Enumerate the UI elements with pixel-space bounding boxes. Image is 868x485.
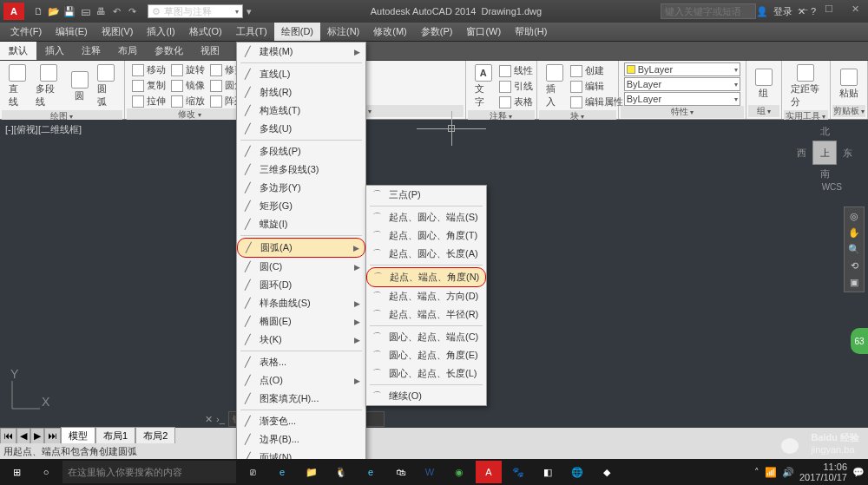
- app-browser-icon[interactable]: 🌐: [564, 461, 590, 483]
- viewcube-top[interactable]: 上: [812, 141, 837, 165]
- edit-block-button[interactable]: 编辑: [569, 79, 625, 94]
- viewcube[interactable]: 北 南 西 东 上: [799, 127, 851, 179]
- tab-first-icon[interactable]: ⏮: [0, 428, 16, 444]
- close-button[interactable]: ✕: [842, 0, 868, 17]
- tray-clock[interactable]: 11:06 2017/10/17: [799, 462, 847, 482]
- menuitem-5[interactable]: ⌒起点、端点、方向(D): [366, 287, 486, 305]
- ribtab-0[interactable]: 默认: [0, 42, 36, 60]
- tab-layout1[interactable]: 布局1: [95, 427, 135, 445]
- workspace-combo[interactable]: ⚙ 草图与注释: [148, 4, 243, 18]
- ribtab-3[interactable]: 布局: [109, 42, 146, 60]
- green-badge[interactable]: 63: [851, 328, 868, 354]
- tray-vol-icon[interactable]: 🔊: [782, 467, 794, 478]
- ribtab-2[interactable]: 注释: [73, 42, 109, 60]
- viewcube-south[interactable]: 南: [820, 167, 830, 180]
- menu-1[interactable]: 编辑(E): [49, 23, 95, 41]
- menuitem-4[interactable]: ╱多线(U): [237, 120, 365, 138]
- menuitem-10[interactable]: ╱圆弧(A)▶: [237, 238, 365, 258]
- tab-prev-icon[interactable]: ◀: [16, 428, 30, 444]
- menuitem-0[interactable]: ╱建模(M)▶: [237, 43, 365, 61]
- copy-button[interactable]: 复制: [130, 78, 168, 93]
- menuitem-7[interactable]: ⌒圆心、起点、端点(C): [366, 328, 486, 346]
- cortana-icon[interactable]: ○: [33, 461, 59, 483]
- paste-button[interactable]: 粘贴: [836, 67, 862, 102]
- menuitem-20[interactable]: ╱边界(B)...: [237, 430, 365, 449]
- panel-prop-title[interactable]: 特性: [621, 106, 744, 118]
- move-button[interactable]: 移动: [130, 62, 168, 77]
- menuitem-16[interactable]: ╱表格...: [237, 353, 365, 371]
- qat-saveas-icon[interactable]: 🖴: [78, 4, 92, 18]
- menuitem-14[interactable]: ╱椭圆(E)▶: [237, 312, 365, 331]
- taskbar-search[interactable]: 在这里输入你要搜索的内容: [62, 461, 236, 483]
- cmdline-close-icon[interactable]: ✕: [205, 414, 213, 425]
- menuitem-3[interactable]: ╱构造线(T): [237, 102, 365, 120]
- maximize-button[interactable]: ☐: [816, 0, 842, 17]
- menuitem-2[interactable]: ⌒起点、圆心、角度(T): [366, 226, 486, 245]
- ribtab-5[interactable]: 视图: [192, 42, 228, 60]
- menuitem-13[interactable]: ╱样条曲线(S)▶: [237, 294, 365, 312]
- stretch-button[interactable]: 拉伸: [130, 94, 168, 108]
- tab-next-icon[interactable]: ▶: [30, 428, 44, 444]
- wcs-label[interactable]: WCS: [822, 182, 842, 192]
- menu-8[interactable]: 修改(M): [366, 23, 414, 41]
- app-explorer-icon[interactable]: 📁: [299, 461, 325, 483]
- menuitem-6[interactable]: ╱三维多段线(3): [237, 161, 365, 179]
- measure-button[interactable]: 定距等分: [787, 62, 825, 110]
- menuitem-6[interactable]: ⌒起点、端点、半径(R): [366, 305, 486, 324]
- nav-orbit-icon[interactable]: ⟲: [851, 260, 858, 272]
- qat-undo-icon[interactable]: ↶: [109, 4, 123, 18]
- menuitem-11[interactable]: ╱圆(C)▶: [237, 258, 365, 276]
- line-button[interactable]: 直线: [5, 62, 30, 110]
- app-cad-icon[interactable]: A: [476, 461, 502, 483]
- viewcube-east[interactable]: 东: [843, 147, 852, 160]
- menuitem-8[interactable]: ⌒圆心、起点、角度(E): [366, 346, 486, 364]
- qat-redo-icon[interactable]: ↷: [125, 4, 139, 18]
- tab-layout2[interactable]: 布局2: [135, 427, 175, 445]
- app-store-icon[interactable]: 🛍: [387, 461, 413, 483]
- linetype-combo[interactable]: ByLayer: [624, 92, 740, 106]
- menuitem-7[interactable]: ╱多边形(Y): [237, 179, 365, 197]
- app-edge-icon[interactable]: e: [358, 461, 384, 483]
- ribtab-1[interactable]: 插入: [36, 42, 73, 60]
- menuitem-1[interactable]: ⌒起点、圆心、端点(S): [366, 208, 486, 226]
- linear-dim-button[interactable]: 线性: [497, 63, 535, 78]
- panel-group-title[interactable]: 组: [748, 105, 779, 117]
- tray-net-icon[interactable]: 📶: [765, 467, 777, 478]
- scale-button[interactable]: 缩放: [169, 94, 207, 108]
- menuitem-3[interactable]: ⌒起点、圆心、长度(A): [366, 245, 486, 263]
- leader-button[interactable]: 引线: [497, 79, 535, 94]
- qat-save-icon[interactable]: 💾: [62, 4, 76, 18]
- polyline-button[interactable]: 多段线: [32, 62, 66, 110]
- menuitem-5[interactable]: ╱多段线(P): [237, 142, 365, 161]
- menu-4[interactable]: 格式(O): [182, 23, 229, 41]
- app-360-icon[interactable]: ◉: [446, 461, 472, 483]
- menu-7[interactable]: 标注(N): [320, 23, 366, 41]
- taskview-icon[interactable]: ⎚: [240, 461, 266, 483]
- menu-5[interactable]: 工具(T): [229, 23, 274, 41]
- table-button[interactable]: 表格: [497, 95, 535, 109]
- tab-last-icon[interactable]: ⏭: [44, 428, 61, 444]
- help-search-input[interactable]: [661, 3, 756, 19]
- menu-0[interactable]: 文件(F): [3, 23, 49, 41]
- nav-pan-icon[interactable]: ✋: [848, 227, 860, 239]
- app-logo[interactable]: A: [3, 3, 24, 20]
- menu-9[interactable]: 参数(P): [414, 23, 460, 41]
- text-button[interactable]: A文字: [471, 62, 496, 110]
- menu-2[interactable]: 视图(V): [95, 23, 141, 41]
- panel-modify-title[interactable]: 修改: [127, 108, 253, 121]
- menuitem-9[interactable]: ⌒圆心、起点、长度(L): [366, 364, 486, 383]
- qat-open-icon[interactable]: 📂: [47, 4, 61, 18]
- color-combo[interactable]: ByLayer: [624, 62, 740, 76]
- menu-10[interactable]: 窗口(W): [459, 23, 508, 41]
- nav-zoom-icon[interactable]: 🔍: [848, 244, 860, 255]
- menuitem-4[interactable]: ⌒起点、端点、角度(N): [366, 267, 486, 287]
- menuitem-9[interactable]: ╱螺旋(I): [237, 215, 365, 233]
- signin-icon[interactable]: 👤: [756, 6, 768, 17]
- viewport-label[interactable]: [-][俯视][二维线框]: [5, 123, 82, 136]
- panel-clip-title[interactable]: 剪贴板: [832, 105, 865, 117]
- app-word-icon[interactable]: W: [417, 461, 443, 483]
- menuitem-12[interactable]: ╱圆环(D): [237, 276, 365, 294]
- menuitem-1[interactable]: ╱直线(L): [237, 65, 365, 83]
- tray-notif-icon[interactable]: 💬: [852, 467, 865, 478]
- minimize-button[interactable]: —: [790, 0, 816, 17]
